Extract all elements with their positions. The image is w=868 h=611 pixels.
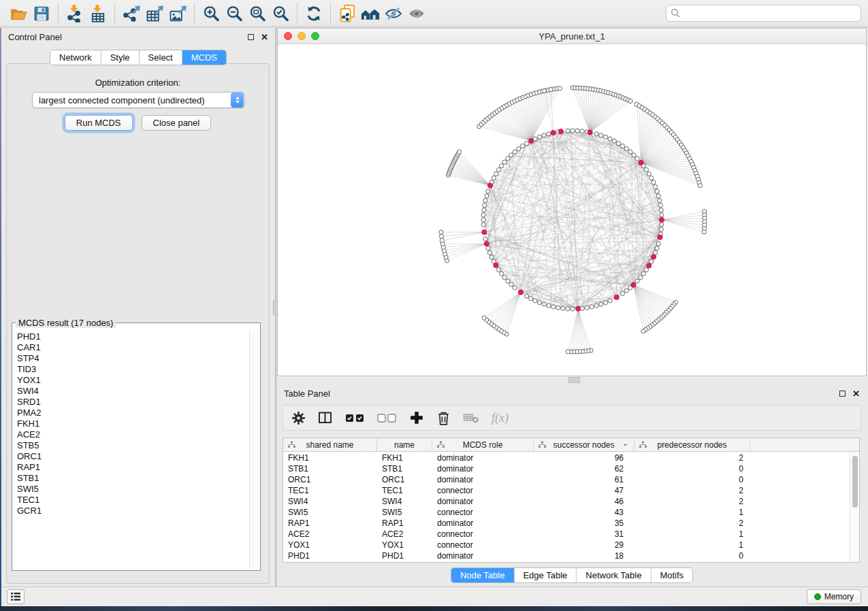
column-header-mcds-role[interactable]: MCDS role — [432, 438, 534, 451]
table-row[interactable]: STB1STB1dominator620 — [283, 463, 850, 474]
export-table-icon[interactable] — [143, 3, 166, 24]
refresh-icon[interactable] — [302, 3, 325, 24]
column-header-successor-nodes[interactable]: successor nodes ⌄ — [534, 438, 634, 451]
home-networks-icon[interactable] — [359, 3, 382, 24]
show-all-eye-icon[interactable] — [405, 3, 428, 24]
table-toolbar: f(x) — [283, 405, 861, 431]
close-panel-icon[interactable]: ✕ — [261, 34, 268, 40]
column-header-predecessor-nodes[interactable]: predecessor nodes — [634, 438, 750, 451]
column-header-shared-name[interactable]: shared name — [283, 438, 377, 451]
network-canvas[interactable] — [278, 44, 866, 376]
close-table-panel-icon[interactable]: ✕ — [852, 391, 860, 397]
mcds-result-item[interactable]: STB5 — [17, 440, 248, 451]
mcds-result-item[interactable]: STP4 — [17, 353, 248, 364]
zoom-selected-icon[interactable] — [269, 3, 292, 24]
network-view-titlebar: YPA_prune.txt_1 — [278, 29, 866, 44]
mcds-result-list[interactable]: PHD1CAR1STP4TID3YOX1SWI4SRD1PMA2FKH1ACE2… — [14, 329, 248, 569]
table-cell: 31 — [534, 529, 634, 540]
export-image-icon[interactable] — [166, 3, 189, 24]
table-cell: 2 — [634, 518, 750, 529]
sort-descending-icon[interactable]: ⌄ — [622, 439, 628, 448]
show-column-panel-icon[interactable] — [318, 409, 333, 427]
add-column-icon[interactable] — [409, 409, 424, 427]
table-cell: connector — [432, 540, 534, 550]
float-panel-icon[interactable] — [248, 34, 254, 40]
zoom-in-icon[interactable] — [199, 3, 223, 24]
table-row[interactable]: ACE2ACE2connector311 — [283, 529, 850, 540]
toolbar-separator — [58, 3, 59, 24]
result-list-scrollbar[interactable] — [249, 329, 259, 569]
mcds-result-item[interactable]: CAR1 — [17, 342, 248, 353]
select-all-columns-icon[interactable] — [345, 409, 365, 427]
hide-selected-eye-icon[interactable] — [382, 3, 405, 24]
mcds-result-item[interactable]: TID3 — [17, 364, 248, 375]
export-network-icon[interactable] — [120, 3, 143, 24]
tab-mcds[interactable]: MCDS — [182, 50, 226, 65]
table-row[interactable]: FKH1FKH1dominator962 — [283, 452, 850, 463]
open-folder-icon[interactable] — [7, 3, 30, 24]
toolbar-separator — [297, 3, 298, 24]
run-mcds-button[interactable]: Run MCDS — [65, 115, 133, 131]
table-cell: SWI4 — [377, 496, 432, 507]
mcds-result-item[interactable]: TEC1 — [17, 495, 248, 506]
table-cell: dominator — [432, 452, 534, 463]
table-cell: 0 — [634, 474, 750, 485]
close-panel-button[interactable]: Close panel — [142, 115, 212, 131]
table-row[interactable]: ORC1ORC1dominator610 — [283, 474, 850, 485]
tab-style[interactable]: Style — [101, 50, 140, 65]
tab-select[interactable]: Select — [140, 50, 182, 65]
toolbar-separator — [194, 3, 195, 24]
table-cell: YOX1 — [283, 540, 377, 550]
mcds-result-item[interactable]: FKH1 — [17, 418, 248, 429]
memory-button[interactable]: Memory — [807, 589, 861, 604]
mcds-result-item[interactable]: PMA2 — [17, 408, 248, 418]
float-table-panel-icon[interactable] — [839, 391, 846, 397]
tab-node-table[interactable]: Node Table — [451, 568, 515, 582]
toolbar-separator — [114, 3, 115, 24]
table-scrollbar[interactable] — [850, 452, 859, 562]
zoom-out-icon[interactable] — [223, 3, 246, 24]
search-input[interactable] — [666, 5, 861, 22]
unselect-all-columns-icon[interactable] — [377, 409, 397, 427]
import-table-icon[interactable] — [86, 3, 110, 24]
horizontal-splitter-grip[interactable] — [568, 377, 580, 383]
table-cell: 46 — [534, 496, 634, 507]
criterion-dropdown-value: largest connected component (undirected) — [33, 95, 231, 105]
table-row[interactable]: PHD1PHD1dominator180 — [283, 550, 850, 561]
mcds-result-item[interactable]: ACE2 — [17, 429, 248, 440]
mcds-result-item[interactable]: SRD1 — [17, 397, 248, 408]
mcds-result-item[interactable]: ORC1 — [17, 451, 248, 462]
column-label: name — [394, 440, 415, 450]
task-history-button[interactable] — [7, 589, 25, 604]
horizontal-splitter[interactable] — [277, 376, 867, 384]
table-row[interactable]: TEC1TEC1connector472 — [283, 485, 850, 496]
zoom-fit-icon[interactable] — [246, 3, 269, 24]
table-row[interactable]: YOX1YOX1connector291 — [283, 540, 850, 550]
mcds-result-item[interactable]: GCR1 — [17, 506, 248, 516]
copy-network-icon[interactable] — [336, 3, 359, 24]
criterion-dropdown[interactable]: largest connected component (undirected) — [32, 92, 245, 108]
mcds-result-item[interactable]: SWI5 — [17, 484, 248, 495]
table-cell: connector — [432, 529, 534, 540]
table-row[interactable]: RAP1RAP1dominator352 — [283, 518, 850, 529]
table-scrollbar-thumb[interactable] — [852, 456, 858, 508]
delete-column-trash-icon[interactable] — [436, 409, 451, 427]
import-network-icon[interactable] — [63, 3, 86, 24]
table-settings-gear-icon[interactable] — [291, 409, 306, 427]
mcds-result-item[interactable]: SWI4 — [17, 386, 248, 397]
tab-edge-table[interactable]: Edge Table — [514, 568, 577, 582]
tab-network[interactable]: Network — [50, 50, 101, 65]
table-row[interactable]: SWI4SWI4dominator462 — [283, 496, 850, 507]
column-header-name[interactable]: name — [377, 438, 432, 451]
mcds-result-item[interactable]: PHD1 — [17, 331, 248, 342]
mcds-result-item[interactable]: RAP1 — [17, 462, 248, 473]
tab-motifs[interactable]: Motifs — [651, 568, 692, 582]
save-icon[interactable] — [30, 3, 53, 24]
table-cell: RAP1 — [377, 518, 432, 529]
tab-network-table[interactable]: Network Table — [577, 568, 651, 582]
table-cell: dominator — [432, 550, 534, 561]
mcds-result-item[interactable]: YOX1 — [17, 375, 248, 386]
mcds-result-item[interactable]: STB1 — [17, 473, 248, 484]
table-panel-title: Table Panel — [284, 389, 330, 399]
table-row[interactable]: SWI5SWI5connector431 — [283, 507, 850, 518]
